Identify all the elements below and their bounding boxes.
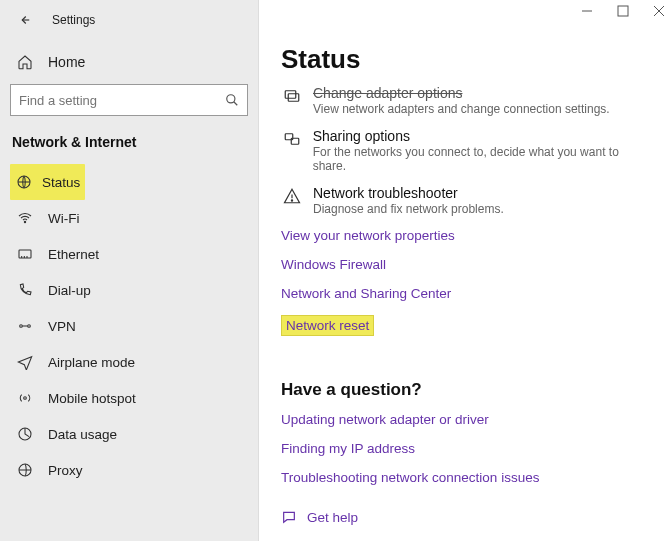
home-label: Home (48, 54, 85, 70)
svg-point-11 (28, 325, 31, 328)
link-network-sharing-center[interactable]: Network and Sharing Center (281, 286, 650, 301)
link-finding-ip[interactable]: Finding my IP address (281, 441, 650, 456)
search-box[interactable] (10, 84, 248, 116)
proxy-icon (16, 462, 34, 478)
status-title: Sharing options (313, 128, 650, 144)
close-button[interactable] (652, 4, 666, 18)
data-usage-icon (16, 426, 34, 442)
question-title: Have a question? (281, 380, 650, 400)
sidebar-item-ethernet[interactable]: Ethernet (0, 236, 258, 272)
sidebar-label: Ethernet (48, 247, 99, 262)
sidebar-label: Dial-up (48, 283, 91, 298)
svg-rect-21 (285, 91, 296, 99)
svg-point-13 (24, 397, 27, 400)
link-troubleshoot-connection[interactable]: Troubleshooting network connection issue… (281, 470, 650, 485)
svg-point-26 (291, 200, 292, 201)
header-row: Settings (0, 8, 258, 44)
status-title: Change adapter options (313, 85, 610, 101)
sidebar-label: Wi-Fi (48, 211, 79, 226)
sidebar-label: Proxy (48, 463, 83, 478)
svg-rect-6 (19, 250, 31, 258)
chat-icon (281, 509, 297, 525)
svg-point-5 (24, 221, 25, 222)
globe-icon (16, 174, 32, 190)
sidebar-item-vpn[interactable]: VPN (0, 308, 258, 344)
status-desc: View network adapters and change connect… (313, 102, 610, 116)
window-controls (580, 4, 666, 18)
link-network-properties[interactable]: View your network properties (281, 228, 650, 243)
svg-point-1 (227, 95, 235, 103)
vpn-icon (16, 318, 34, 334)
status-desc: For the networks you connect to, decide … (313, 145, 650, 173)
phone-icon (16, 282, 34, 298)
search-wrap (0, 80, 258, 128)
wifi-icon (16, 210, 34, 226)
section-title: Network & Internet (0, 128, 258, 164)
sharing-icon (281, 130, 303, 173)
arrow-left-icon (17, 13, 31, 27)
home-icon (16, 54, 34, 70)
sidebar-label: VPN (48, 319, 76, 334)
sidebar-item-datausage[interactable]: Data usage (0, 416, 258, 452)
sidebar-item-dialup[interactable]: Dial-up (0, 272, 258, 308)
link-windows-firewall[interactable]: Windows Firewall (281, 257, 650, 272)
sidebar-label: Mobile hotspot (48, 391, 136, 406)
sidebar-item-hotspot[interactable]: Mobile hotspot (0, 380, 258, 416)
warning-icon (281, 187, 303, 216)
airplane-icon (16, 354, 34, 370)
svg-rect-22 (288, 94, 299, 102)
search-input[interactable] (11, 85, 247, 115)
back-button[interactable] (12, 8, 36, 32)
sidebar-label: Data usage (48, 427, 117, 442)
link-updating-adapter[interactable]: Updating network adapter or driver (281, 412, 650, 427)
main-panel: Status Change adapter options View netwo… (258, 0, 670, 541)
adapter-icon (281, 87, 303, 116)
svg-point-10 (20, 325, 23, 328)
hotspot-icon (16, 390, 34, 406)
ethernet-icon (16, 246, 34, 262)
minimize-button[interactable] (580, 4, 594, 18)
sidebar-item-wifi[interactable]: Wi-Fi (0, 200, 258, 236)
search-icon (225, 93, 239, 107)
status-item-adapter[interactable]: Change adapter options View network adap… (281, 85, 650, 116)
get-help[interactable]: Get help (281, 509, 650, 525)
get-help-label: Get help (307, 510, 358, 525)
sidebar-item-airplane[interactable]: Airplane mode (0, 344, 258, 380)
sidebar-label: Airplane mode (48, 355, 135, 370)
svg-line-2 (234, 102, 238, 106)
settings-sidebar: Settings Home Network & Internet Status … (0, 0, 258, 541)
status-item-sharing[interactable]: Sharing options For the networks you con… (281, 128, 650, 173)
maximize-button[interactable] (616, 4, 630, 18)
sidebar-label: Status (42, 175, 80, 190)
svg-rect-18 (618, 6, 628, 16)
page-title: Status (281, 44, 650, 75)
app-title: Settings (52, 13, 95, 27)
status-item-troubleshooter[interactable]: Network troubleshooter Diagnose and fix … (281, 185, 650, 216)
sidebar-item-home[interactable]: Home (0, 44, 258, 80)
status-title: Network troubleshooter (313, 185, 504, 201)
sidebar-item-proxy[interactable]: Proxy (0, 452, 258, 488)
link-network-reset[interactable]: Network reset (281, 315, 374, 336)
sidebar-item-status[interactable]: Status (10, 164, 85, 200)
status-desc: Diagnose and fix network problems. (313, 202, 504, 216)
